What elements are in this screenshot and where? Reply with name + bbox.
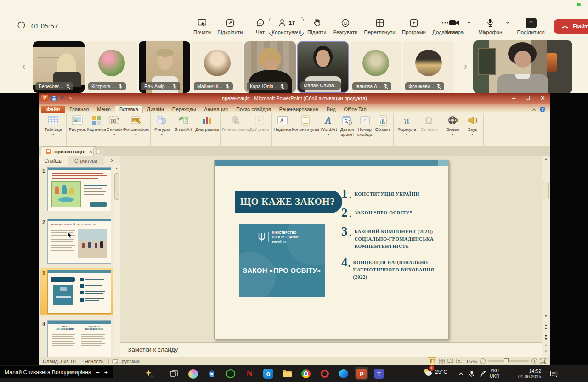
canvas-scrollbar[interactable]: ▲ ▼ ▲▲ ▼▼ <box>542 156 550 342</box>
taskbar-edge-icon[interactable] <box>338 368 350 380</box>
participant-tile[interactable]: Франкеви... <box>403 41 454 93</box>
participant-tile-large[interactable] <box>473 40 572 93</box>
ribbon-picture-button[interactable]: Рисунок <box>68 114 86 132</box>
proofing-language[interactable]: русский <box>121 359 139 364</box>
zoom-slider[interactable] <box>488 360 529 362</box>
participant-tile[interactable]: Ель-Амір ... <box>139 41 190 93</box>
ribbon-smartart-button[interactable]: SmartArt <box>172 114 195 132</box>
taskbar-copilot-app-icon[interactable] <box>187 368 199 380</box>
tab-file[interactable]: Файл <box>41 106 65 113</box>
taskbar-teams-icon[interactable]: T <box>373 368 385 380</box>
ribbon-textbox-button[interactable]: A Надпись <box>273 114 292 132</box>
tab-insert-active[interactable]: Вставка <box>115 105 143 113</box>
ribbon-slidenumber-button[interactable]: # Номер слайда <box>356 114 373 137</box>
zoom-out-button[interactable] <box>480 358 486 364</box>
collapse-minus-icon[interactable]: − <box>96 369 100 376</box>
ribbon-wordart-button[interactable]: A WordArt ▾ <box>319 114 339 136</box>
view-button[interactable]: Переглянути <box>361 17 399 36</box>
next-slide-button[interactable]: ▼▼ <box>542 334 550 341</box>
tray-chevron-up-icon[interactable] <box>455 368 467 380</box>
ppt-titlebar[interactable]: P презентація - Microsoft PowerPoint (Сб… <box>39 93 550 104</box>
participant-tile[interactable]: Майнич К... <box>192 41 243 93</box>
mic-button[interactable]: Мікрофон <box>475 17 505 36</box>
taskbar-green-app-icon[interactable] <box>225 368 237 380</box>
taskbar-netflix-icon[interactable]: N <box>243 368 255 380</box>
tab-animations[interactable]: Анимация <box>200 106 232 113</box>
taskbar-chrome-icon[interactable] <box>300 368 312 380</box>
restore-button[interactable]: ❐ <box>526 95 530 101</box>
previous-slide-button[interactable]: ▲▲ <box>542 323 550 330</box>
tray-mic-icon[interactable] <box>466 368 478 380</box>
slide-thumbnail-3-selected[interactable] <box>47 270 111 314</box>
close-button[interactable]: ✕ <box>540 95 545 101</box>
notes-panel[interactable]: Заметки к слайду <box>120 342 542 357</box>
taskbar-copilot-sparkle-icon[interactable] <box>143 368 155 380</box>
scroll-up-icon[interactable]: ▲ <box>542 156 550 163</box>
tab-view[interactable]: Вид <box>322 106 340 113</box>
participant-tile[interactable]: Кістрюга ... <box>86 41 137 93</box>
close-document-tab-icon[interactable]: ✕ <box>89 149 92 154</box>
slide-thumbnail-1[interactable] <box>47 167 111 211</box>
ribbon-shapes-button[interactable]: Фигуры ▾ <box>152 114 171 136</box>
raise-hand-button[interactable]: Підняти <box>304 17 330 36</box>
strip-scroll-left-icon[interactable]: ‹ <box>22 61 25 73</box>
ribbon-chart-button[interactable]: Диаграмма <box>195 114 219 132</box>
pane-scrollbar[interactable]: ▲ <box>113 165 120 358</box>
tab-office-tab[interactable]: Office Tab <box>340 106 371 113</box>
ribbon-video-button[interactable]: Видео ▾ <box>444 114 462 136</box>
taskbar-task-view-icon[interactable] <box>168 368 180 380</box>
language-indicator[interactable]: УКР UKR <box>490 368 499 379</box>
minimize-button[interactable]: – <box>512 95 515 101</box>
pane-scroll-up-icon[interactable]: ▲ <box>113 165 120 171</box>
share-button[interactable]: Поділитися <box>514 17 548 36</box>
slide[interactable]: ЩО КАЖЕ ЗАКОН? МІНІСТЕРСТВО ОСВІТИ І НАУ… <box>214 160 449 339</box>
scroll-thumb[interactable] <box>543 182 549 199</box>
taskbar-file-explorer-icon[interactable] <box>281 368 293 380</box>
taskbar-store-icon[interactable] <box>206 368 218 380</box>
weather-widget[interactable]: 1 25°C <box>423 367 447 376</box>
tray-pen-icon[interactable] <box>477 368 489 380</box>
pane-tab-slides[interactable]: Слайды <box>39 156 68 165</box>
tab-home[interactable]: Главная <box>65 106 93 113</box>
participants-button[interactable]: 17 Користувачі <box>269 17 304 36</box>
expand-plus-icon[interactable]: + <box>104 369 108 376</box>
taskbar-outlook-icon[interactable]: o <box>262 368 274 380</box>
mic-chevron-icon[interactable] <box>505 21 510 24</box>
zoom-in-button[interactable] <box>531 358 537 364</box>
tab-review[interactable]: Рецензирование <box>275 106 322 113</box>
apps-button[interactable]: Програми <box>399 17 429 36</box>
participant-tile[interactable]: Кара Юлія... <box>244 41 296 93</box>
zoom-slider-thumb[interactable] <box>504 358 509 365</box>
leave-button[interactable]: Вийти <box>554 19 588 34</box>
tab-transitions[interactable]: Переходы <box>168 106 200 113</box>
slideshow-view-button[interactable] <box>456 359 462 364</box>
chat-button[interactable]: Чат <box>252 17 269 36</box>
new-document-tab-button[interactable] <box>93 147 103 156</box>
ribbon-equation-button[interactable]: π Формула ▾ <box>396 114 418 136</box>
react-button[interactable]: Реагувати <box>330 17 361 36</box>
unpin-button[interactable]: Відкріпити <box>214 17 246 36</box>
collapse-ribbon-icon[interactable] <box>532 108 536 111</box>
slide-thumbnail-4[interactable]: МЕТА ДОСЛІДЖЕННЯ ЗАВДАННЯ ДОСЛІДЖЕННЯ <box>47 320 111 357</box>
slide-sorter-view-button[interactable] <box>439 359 445 364</box>
slide-thumbnail-2[interactable]: ЧОМУ ЦЯ ТЕМА? ЇЇ АКТУАЛЬНІСТЬ <box>47 219 111 264</box>
notification-center-icon[interactable] <box>548 368 560 380</box>
taskbar-powerpoint-active[interactable]: P <box>355 367 368 380</box>
strip-scroll-right-icon[interactable]: › <box>464 61 467 73</box>
normal-view-button[interactable] <box>428 357 436 365</box>
ribbon-table-button[interactable]: Таблица ▾ <box>42 114 65 136</box>
participant-tile-active-speaker[interactable]: Малай Єлиза... <box>297 41 349 93</box>
participant-tile[interactable]: Березовс... <box>33 41 85 93</box>
pane-tab-outline[interactable]: Структура <box>68 156 104 165</box>
camera-chevron-icon[interactable] <box>467 21 471 24</box>
participant-tile[interactable]: Іванова А... <box>350 41 401 93</box>
scroll-down-icon[interactable]: ▼ <box>542 314 550 318</box>
help-icon[interactable]: ? <box>540 107 545 112</box>
fit-to-window-button[interactable] <box>540 358 546 364</box>
tab-design[interactable]: Дизайн <box>143 106 168 113</box>
close-pane-icon[interactable]: ✕ <box>104 156 120 165</box>
ribbon-audio-button[interactable]: Звук ▾ <box>464 114 481 136</box>
ribbon-object-button[interactable]: Объект <box>373 114 392 132</box>
tab-slideshow[interactable]: Показ слайдов <box>232 106 275 113</box>
ribbon-headerfooter-button[interactable]: Колонтитулы <box>292 114 319 132</box>
